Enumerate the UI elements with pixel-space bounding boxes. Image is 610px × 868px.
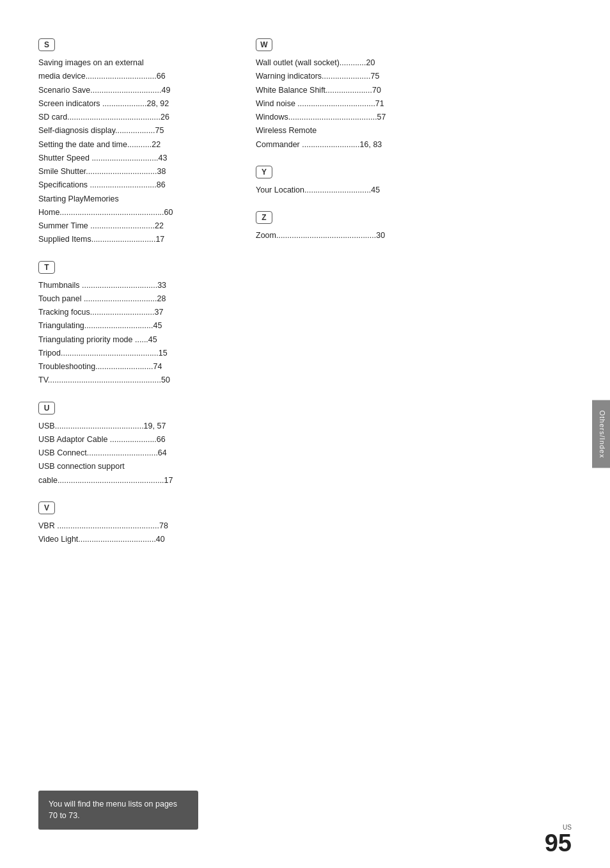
list-item: Warning indicators......................… [256,70,572,83]
section-header-y: Y [256,166,272,178]
section-u: U USB...................................… [38,402,230,487]
page-number: 95 [545,830,572,856]
list-item: Wind noise .............................… [256,97,572,111]
list-item: Commander ..........................16, … [256,138,572,152]
section-z-list: Zoom....................................… [256,229,572,242]
list-item: USB.....................................… [38,420,230,433]
list-item: TV......................................… [38,374,230,387]
list-item: USB connection support [38,460,230,473]
section-header-u: U [38,402,55,414]
section-w: W Wall outlet (wall socket)............2… [256,38,572,152]
list-item: Saving images on an external [38,56,230,70]
list-item: Wireless Remote [256,124,572,138]
list-item: USB Connect.............................… [38,446,230,460]
footer-box: You will find the menu lists on pages 70… [38,791,198,830]
page-container: S Saving images on an external media dev… [0,0,610,868]
list-item: Starting PlayMemories [38,193,230,206]
list-item: media device............................… [38,70,230,83]
list-item: Touch panel ............................… [38,292,230,306]
section-header-s: S [38,38,55,51]
section-y-list: Your Location...........................… [256,184,572,197]
list-item: Zoom....................................… [256,229,572,242]
list-item: Summer Time ............................… [38,219,230,233]
section-t-list: Thumbnails .............................… [38,279,230,388]
list-item: Your Location...........................… [256,184,572,197]
section-header-w: W [256,38,272,51]
list-item: Specifications .........................… [38,178,230,192]
section-u-list: USB.....................................… [38,420,230,487]
section-w-list: Wall outlet (wall socket)............20 … [256,56,572,152]
section-t: T Thumbnails ...........................… [38,261,230,388]
list-item: Setting the date and time...........22 [38,138,230,152]
section-s: S Saving images on an external media dev… [38,38,230,247]
left-column: S Saving images on an external media dev… [38,38,230,560]
list-item: USB Adaptor Cable .....................6… [38,433,230,446]
section-header-z: Z [256,211,272,224]
list-item: Wall outlet (wall socket)............20 [256,56,572,70]
section-header-v: V [38,501,55,514]
right-column: W Wall outlet (wall socket)............2… [256,38,572,560]
section-y: Y Your Location.........................… [256,166,572,197]
list-item: Tripod..................................… [38,347,230,360]
list-item: Thumbnails .............................… [38,279,230,292]
list-item: Windows.................................… [256,111,572,124]
list-item: Tracking focus..........................… [38,306,230,319]
list-item: Home....................................… [38,206,230,219]
list-item: Troubleshooting.........................… [38,360,230,374]
sidebar-tab: Others/Index [592,400,610,468]
list-item: Smile Shutter...........................… [38,165,230,178]
footer-text: You will find the menu lists on pages 70… [49,800,177,821]
list-item: Shutter Speed ..........................… [38,152,230,165]
list-item: VBR ....................................… [38,519,230,533]
list-item: White Balance Shift.....................… [256,84,572,97]
list-item: Supplied Items..........................… [38,233,230,246]
section-v: V VBR ..................................… [38,501,230,547]
list-item: Video Light.............................… [38,533,230,546]
list-item: Screen indicators ....................28… [38,97,230,111]
list-item: Triangulating...........................… [38,319,230,333]
section-s-list: Saving images on an external media devic… [38,56,230,247]
section-header-t: T [38,261,55,274]
section-v-list: VBR ....................................… [38,519,230,547]
section-z: Z Zoom..................................… [256,211,572,242]
list-item: cable...................................… [38,474,230,487]
list-item: Self-diagnosis display..................… [38,124,230,138]
list-item: Triangulating priority mode ......45 [38,333,230,347]
page-number-area: US 95 [545,824,572,855]
list-item: Scenario Save...........................… [38,84,230,97]
columns-layout: S Saving images on an external media dev… [38,38,572,560]
list-item: SD card.................................… [38,111,230,124]
